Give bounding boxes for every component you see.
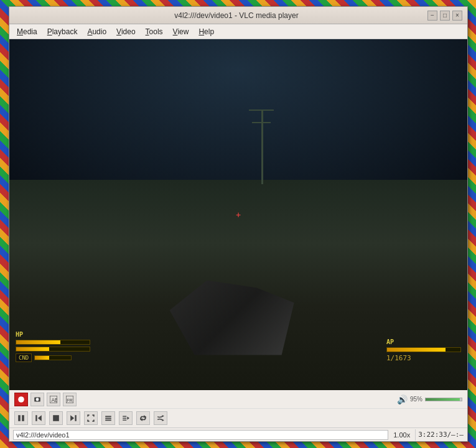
crosshair: + [236,210,241,220]
ap-label: AP [386,338,461,345]
svg-rect-14 [105,416,111,417]
cnd-bar-fill [35,356,49,360]
status-bar: v4l2:///dev/video1 1.00x 3:22:33/–:– [9,427,467,441]
playback-speed: 1.00x [391,431,413,439]
minimize-button[interactable]: − [427,11,437,21]
title-bar: v4l2:///dev/video1 - VLC media player − … [9,7,467,24]
prev-button[interactable] [32,411,45,425]
video-area[interactable]: + HP CND [9,39,467,390]
stop-button[interactable] [49,411,63,425]
playlist-button[interactable] [119,411,133,425]
volume-bar-fill [426,398,460,401]
game-hud: HP CND AP [9,331,467,362]
controls-row2 [9,409,467,427]
window-controls: − □ × [427,11,462,21]
svg-text:AB: AB [51,396,57,403]
svg-rect-17 [123,416,126,416]
svg-rect-15 [105,418,111,419]
svg-rect-8 [22,415,24,421]
hud-left: HP CND [16,331,90,362]
status-separator [415,429,416,441]
menu-media[interactable]: Media [12,26,42,37]
svg-rect-18 [123,418,126,418]
frame-step-button[interactable]: FR [63,393,77,406]
menu-view[interactable]: View [168,26,194,37]
cnd-label: CND [16,353,32,362]
svg-point-0 [18,396,24,403]
svg-rect-19 [123,419,126,420]
ap-bar-fill [387,348,446,352]
hp-bar-fill [16,340,60,344]
playback-time: 3:22:33/–:– [418,431,464,439]
volume-bar[interactable] [425,398,462,401]
menu-help[interactable]: Help [194,26,219,37]
svg-marker-20 [127,417,129,420]
window-title: v4l2:///dev/video1 - VLC media player [45,11,427,20]
cnd-bar-bg [34,355,72,360]
svg-rect-11 [53,415,59,421]
hp-bar-bg [16,340,90,345]
ap-bar-bg [386,347,461,352]
loop-button[interactable] [136,411,150,425]
maximize-button[interactable]: □ [440,11,450,21]
video-frame: + HP CND [9,39,467,390]
svg-rect-7 [18,415,21,421]
svg-rect-13 [75,415,76,421]
record-button[interactable] [14,393,28,406]
score-display: 1/1673 [386,354,461,362]
random-button[interactable] [154,411,167,425]
antenna-object [261,110,263,184]
media-path: v4l2:///dev/video1 [13,430,388,440]
ab-loop-button[interactable]: AB [47,393,60,406]
svg-rect-16 [105,419,111,421]
hp-label: HP [16,331,90,338]
svg-point-2 [36,398,39,401]
next-button[interactable] [67,411,80,425]
menu-video[interactable]: Video [111,26,140,37]
fullscreen-button[interactable] [84,411,98,425]
menu-bar: Media Playback Audio Video Tools View He… [9,24,467,39]
pause-button[interactable] [14,411,28,425]
svg-marker-9 [38,415,42,421]
svg-marker-12 [70,415,74,421]
vlc-window: v4l2:///dev/video1 - VLC media player − … [9,6,468,442]
volume-area: 🔊 95% [397,394,462,404]
extended-settings-button[interactable] [101,411,115,425]
snapshot-button[interactable] [30,393,44,406]
menu-playback[interactable]: Playback [42,26,83,37]
hp-bar2-bg [16,347,90,352]
hud-right: AP 1/1673 [386,338,461,362]
volume-percent: 95% [410,396,422,403]
controls-row1: AB FR 🔊 95% [9,390,467,409]
close-button[interactable]: × [452,11,462,21]
volume-icon: 🔊 [397,394,408,404]
svg-text:FR: FR [67,397,73,403]
menu-audio[interactable]: Audio [82,26,111,37]
menu-tools[interactable]: Tools [141,26,168,37]
sky-layer [9,39,467,197]
svg-rect-10 [35,415,37,421]
hp-bar2-fill [16,347,49,351]
